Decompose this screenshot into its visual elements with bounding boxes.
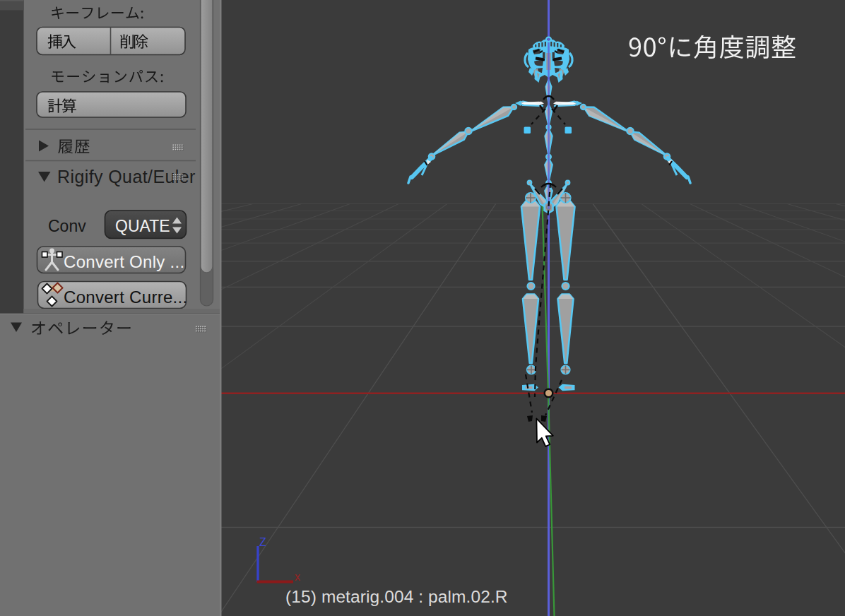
svg-text:Z: Z bbox=[259, 536, 266, 548]
svg-text:(15) metarig.004 : palm.02.R: (15) metarig.004 : palm.02.R bbox=[285, 587, 508, 606]
svg-text:x: x bbox=[295, 571, 300, 583]
svg-text:QUATE: QUATE bbox=[115, 217, 170, 235]
svg-text:Rigify Quat/Euler: Rigify Quat/Euler bbox=[57, 167, 196, 186]
svg-text:Convert Curre...: Convert Curre... bbox=[64, 288, 188, 307]
svg-text:Convert Only ...: Convert Only ... bbox=[64, 252, 185, 271]
svg-text:Conv: Conv bbox=[48, 217, 86, 235]
